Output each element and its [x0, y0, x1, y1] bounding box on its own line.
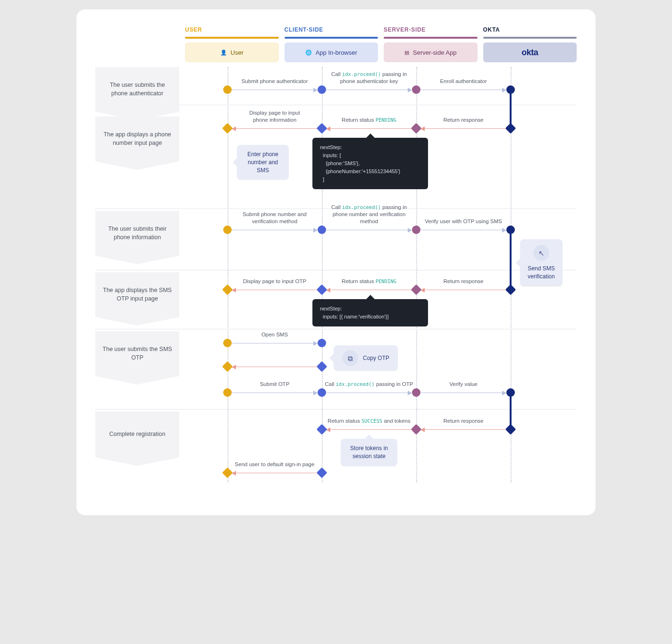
msg-label: Display page to input phone information	[242, 109, 308, 125]
node-user	[222, 284, 233, 295]
arrow-return	[327, 290, 412, 290]
node-client	[317, 424, 328, 435]
arrow	[232, 343, 317, 343]
sequence-diagram: The user submits the phone authenticator…	[95, 67, 577, 482]
msg-label: Return status SUCCESS and tokens	[328, 418, 410, 427]
arrow-return	[327, 128, 412, 129]
msg-label: Submit phone authenticator	[242, 78, 308, 87]
node-client	[317, 284, 328, 295]
node-client	[318, 226, 326, 234]
okta-activation	[510, 230, 512, 290]
node-okta	[505, 284, 516, 295]
msg-label: Open SMS	[261, 331, 288, 340]
copy-icon: ⧉	[342, 350, 358, 366]
msg-label: Return status PENDING	[342, 278, 396, 287]
lane-user: USER 👤 User	[185, 26, 279, 62]
node-okta	[505, 424, 516, 435]
msg-label: Enroll authenticator	[440, 78, 487, 87]
node-server	[412, 85, 420, 94]
msg-label: Verify user with OTP using SMS	[425, 218, 502, 227]
step-4: The app displays the SMS OTP input page	[95, 272, 179, 317]
node-server	[411, 123, 422, 134]
node-server	[412, 388, 420, 397]
step-5: The user submits the SMS OTP	[95, 331, 179, 376]
lane-label-okta: OKTA	[483, 26, 577, 33]
arrow-return	[327, 429, 412, 430]
msg-label: Return response	[443, 278, 483, 287]
arrow	[232, 230, 317, 230]
msg-label: Return status PENDING	[342, 117, 396, 125]
node-client	[317, 361, 328, 372]
node-user	[223, 226, 232, 234]
arrow	[327, 230, 412, 230]
callout-store-tokens: Store tokens in session state	[341, 439, 397, 466]
msg-label: Send user to default sign-in page	[235, 461, 315, 470]
msg-label: Submit OTP	[260, 381, 290, 390]
step-1: The user submits the phone authenticator	[95, 67, 179, 112]
code-payload-1: nextStep: inputs: [ {phone:'SMS'}, {phon…	[312, 138, 428, 189]
code-payload-2: nextStep: inputs: [{ name:'verification'…	[312, 299, 428, 326]
lane-box-user: User	[231, 49, 244, 56]
arrow	[421, 230, 506, 230]
lane-label-client: CLIENT-SIDE	[285, 26, 378, 33]
arrow	[421, 393, 506, 393]
node-client	[317, 123, 328, 134]
okta-activation	[510, 90, 512, 128]
node-server	[411, 284, 422, 295]
arrow	[327, 90, 412, 90]
lane-okta: OKTA okta	[483, 26, 577, 62]
node-client	[318, 339, 326, 347]
user-icon: 👤	[220, 50, 227, 56]
node-user	[222, 123, 233, 134]
lane-server: SERVER-SIDE ▤ Server-side App	[384, 26, 478, 62]
msg-label: Call idx.proceed() passing in phone numb…	[329, 204, 409, 227]
arrow-return	[232, 367, 317, 367]
lane-box-client: App In-browser	[316, 49, 357, 56]
arrow-return	[421, 290, 506, 290]
okta-logo: okta	[521, 48, 538, 58]
cursor-icon: ↖	[533, 245, 549, 261]
step-2: The app displays a phone number input pa…	[95, 117, 179, 161]
node-okta	[505, 123, 516, 134]
arrow-return	[232, 290, 317, 290]
callout-copy-otp: ⧉ Copy OTP	[334, 345, 398, 371]
node-user	[223, 339, 232, 347]
msg-label: Call idx.proceed() passing in phone auth…	[329, 71, 409, 87]
callout-enter-phone: Enter phone number and SMS	[237, 145, 289, 180]
diagram-card: USER 👤 User CLIENT-SIDE 🌐 App In-browser	[76, 9, 596, 515]
msg-label: Return response	[443, 117, 483, 125]
msg-label: Submit phone number and verification met…	[239, 211, 310, 227]
arrow-return	[232, 128, 317, 129]
arrow	[327, 393, 412, 393]
arrow-return	[232, 473, 317, 473]
arrow	[232, 90, 317, 90]
node-user	[222, 361, 233, 372]
arrow-return	[421, 429, 506, 430]
callout-send-sms: ↖ Send SMS verification	[520, 239, 563, 286]
node-client	[317, 468, 328, 478]
header-row: USER 👤 User CLIENT-SIDE 🌐 App In-browser	[95, 26, 577, 62]
msg-label: Verify value	[449, 381, 477, 390]
arrow-return	[421, 128, 506, 129]
msg-label: Call idx.proceed() passing in OTP	[325, 381, 413, 390]
server-icon: ▤	[404, 50, 409, 56]
msg-label: Display page to input OTP	[243, 278, 306, 287]
node-user	[223, 85, 232, 94]
globe-icon: 🌐	[305, 50, 312, 56]
node-server	[412, 226, 420, 234]
msg-label: Return response	[443, 418, 483, 427]
lane-client: CLIENT-SIDE 🌐 App In-browser	[285, 26, 378, 62]
node-user	[223, 388, 232, 397]
lane-label-server: SERVER-SIDE	[384, 26, 478, 33]
lane-box-server: Server-side App	[413, 49, 457, 56]
node-server	[411, 424, 422, 435]
arrow	[421, 90, 506, 90]
arrow	[232, 393, 317, 393]
step-3: The user submits their phone information	[95, 211, 179, 256]
node-client	[318, 85, 326, 94]
lane-label-user: USER	[185, 26, 279, 33]
step-6: Complete registration	[95, 411, 179, 458]
node-user	[222, 468, 233, 478]
